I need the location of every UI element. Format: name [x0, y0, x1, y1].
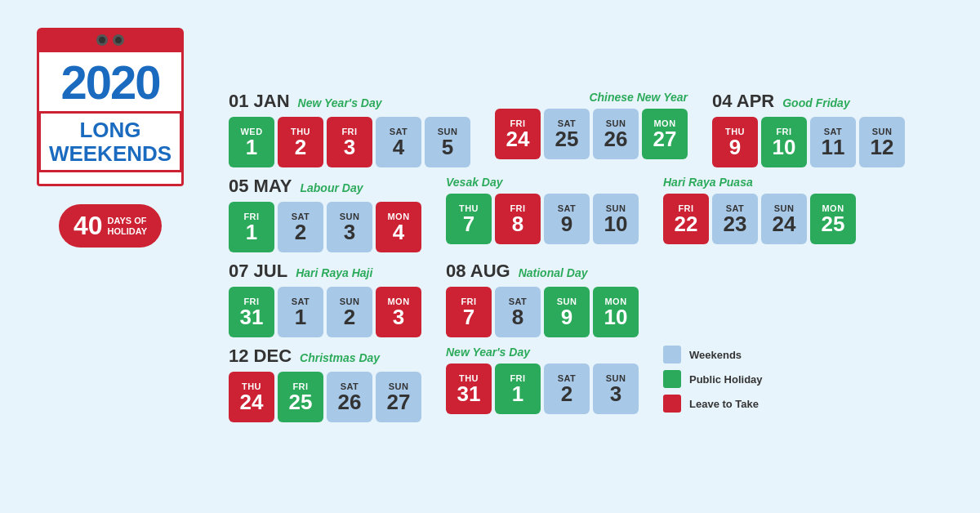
legend: Weekends Public Holiday Leave to Take	[663, 346, 763, 416]
may-day-3: SUN3	[327, 202, 372, 252]
aug-day-8: SAT8	[495, 287, 541, 337]
dec-day-26: SAT26	[327, 372, 372, 422]
apr-day-11: SAT11	[810, 117, 856, 167]
period-dec: 12 DEC Christmas Day THU24 FRI25 SAT26 S…	[229, 346, 421, 422]
period-cny: Chinese New Year FRI24 SAT25 SUN26 MON27	[495, 91, 688, 159]
title-line1: LONG	[49, 118, 172, 142]
legend-holiday-label: Public Holiday	[689, 373, 763, 386]
jan-day-4: SAT4	[376, 117, 421, 167]
cny-day-26: SUN26	[593, 109, 639, 159]
dec-holiday: Christmas Day	[300, 351, 380, 364]
days-label: DAYS OFHOLIDAY	[108, 216, 148, 237]
apr-month: 04 APR	[712, 91, 774, 112]
legend-leave: Leave to Take	[663, 395, 763, 413]
cny-day-27: MON27	[642, 109, 688, 159]
ny-day-31: THU31	[446, 364, 492, 414]
vesak-holiday: Vesak Day	[446, 176, 503, 189]
row-2: 05 MAY Labour Day FRI1 SAT2 SUN3 MON4 Ve…	[229, 176, 956, 252]
dec-ny-days: THU31 FRI1 SAT2 SUN3	[446, 364, 639, 414]
jul-month: 07 JUL	[229, 261, 287, 282]
cny-day-25: SAT25	[544, 109, 590, 159]
jan-day-3: FRI3	[327, 117, 372, 167]
hp-day-25: MON25	[810, 194, 856, 244]
dec-days: THU24 FRI25 SAT26 SUN27	[229, 372, 421, 422]
cny-days: FRI24 SAT25 SUN26 MON27	[495, 109, 688, 159]
legend-weekend-box	[663, 346, 681, 364]
calendar-ring-right	[113, 34, 124, 46]
title-line2: WEEKENDS	[49, 142, 172, 166]
days-count: 40	[74, 211, 103, 241]
may-header: 05 MAY Labour Day	[229, 176, 421, 197]
calendar-ring-left	[96, 34, 108, 46]
jan-day-2: THU2	[278, 117, 323, 167]
apr-days: THU9 FRI10 SAT11 SUN12	[712, 117, 905, 167]
title-box: LONG WEEKENDS	[38, 111, 182, 172]
dec-day-25: FRI25	[278, 372, 323, 422]
legend-leave-label: Leave to Take	[689, 398, 759, 410]
legend-weekends: Weekends	[663, 346, 763, 364]
hari-puasa-holiday: Hari Raya Puasa	[663, 176, 753, 189]
dec-month: 12 DEC	[229, 346, 292, 367]
aug-holiday: National Day	[519, 266, 588, 279]
period-hari-puasa: Hari Raya Puasa FRI22 SAT23 SUN24 MON25	[663, 176, 856, 244]
apr-header: 04 APR Good Friday	[712, 91, 905, 112]
dec-ny-holiday: New Year's Day	[446, 346, 530, 359]
jul-header: 07 JUL Hari Raya Haji	[229, 261, 421, 282]
aug-day-10: MON10	[593, 287, 639, 337]
cny-holiday: Chinese New Year	[589, 91, 688, 104]
cny-header: Chinese New Year	[495, 91, 688, 104]
apr-day-12: SUN12	[859, 117, 905, 167]
calendar-header	[37, 28, 184, 52]
apr-holiday: Good Friday	[782, 96, 849, 109]
vesak-header: Vesak Day	[446, 176, 639, 189]
right-content: 01 JAN New Year's Day WED1 THU2 FRI3 SAT…	[229, 91, 956, 422]
dec-header: 12 DEC Christmas Day	[229, 346, 421, 367]
legend-leave-box	[663, 395, 681, 413]
vesak-day-8: FRI8	[495, 194, 541, 244]
apr-day-9: THU9	[712, 117, 758, 167]
jul-day-1: SAT1	[278, 287, 323, 337]
legend-holiday-box	[663, 370, 681, 388]
row-4: 12 DEC Christmas Day THU24 FRI25 SAT26 S…	[229, 346, 956, 422]
dec-ny-header: New Year's Day	[446, 346, 639, 359]
period-dec-ny: New Year's Day THU31 FRI1 SAT2 SUN3	[446, 346, 639, 414]
legend-holiday: Public Holiday	[663, 370, 763, 388]
jan-month: 01 JAN	[229, 91, 290, 112]
period-aug: 08 AUG National Day FRI7 SAT8 SUN9 MON10	[446, 261, 639, 337]
row-1: 01 JAN New Year's Day WED1 THU2 FRI3 SAT…	[229, 91, 956, 167]
jan-holiday: New Year's Day	[298, 96, 382, 109]
vesak-days: THU7 FRI8 SAT9 SUN10	[446, 194, 639, 244]
apr-day-10: FRI10	[761, 117, 807, 167]
may-holiday: Labour Day	[300, 181, 363, 194]
aug-day-7: FRI7	[446, 287, 492, 337]
jan-day-5: SUN5	[425, 117, 470, 167]
aug-month: 08 AUG	[446, 261, 510, 282]
hari-puasa-header: Hari Raya Puasa	[663, 176, 856, 189]
aug-days: FRI7 SAT8 SUN9 MON10	[446, 287, 639, 337]
calendar-body: 2020 LONG WEEKENDS	[37, 52, 184, 186]
may-month: 05 MAY	[229, 176, 292, 197]
left-panel: 2020 LONG WEEKENDS 40 DAYS OFHOLIDAY	[24, 28, 196, 485]
ny-day-3: SUN3	[593, 364, 639, 414]
jul-holiday: Hari Raya Haji	[296, 266, 372, 279]
may-day-2: SAT2	[278, 202, 323, 252]
may-day-1: FRI1	[229, 202, 274, 252]
jul-day-2: SUN2	[327, 287, 372, 337]
may-days: FRI1 SAT2 SUN3 MON4	[229, 202, 421, 252]
jul-days: FRI31 SAT1 SUN2 MON3	[229, 287, 421, 337]
ny-day-2: SAT2	[544, 364, 590, 414]
ny-day-1: FRI1	[495, 364, 541, 414]
aug-header: 08 AUG National Day	[446, 261, 639, 282]
period-may: 05 MAY Labour Day FRI1 SAT2 SUN3 MON4	[229, 176, 421, 252]
period-jan: 01 JAN New Year's Day WED1 THU2 FRI3 SAT…	[229, 91, 470, 167]
hp-day-23: SAT23	[712, 194, 758, 244]
may-day-4: MON4	[376, 202, 421, 252]
year-label: 2020	[60, 59, 159, 106]
vesak-day-10: SUN10	[593, 194, 639, 244]
hp-day-22: FRI22	[663, 194, 709, 244]
period-apr: 04 APR Good Friday THU9 FRI10 SAT11 SUN1…	[712, 91, 905, 167]
period-jul: 07 JUL Hari Raya Haji FRI31 SAT1 SUN2 MO…	[229, 261, 421, 337]
vesak-day-7: THU7	[446, 194, 492, 244]
vesak-day-9: SAT9	[544, 194, 590, 244]
jan-header: 01 JAN New Year's Day	[229, 91, 470, 112]
